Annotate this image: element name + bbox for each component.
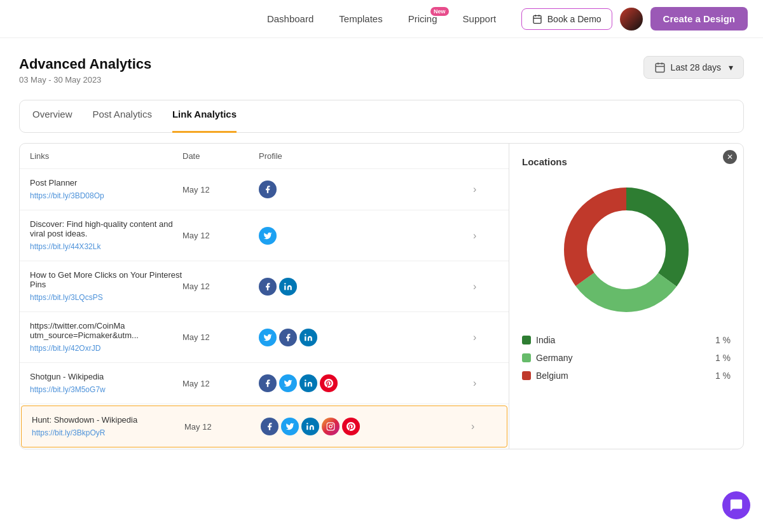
date-range: 03 May - 30 May 2023 xyxy=(19,75,151,85)
svg-point-10 xyxy=(305,379,306,381)
nav-support[interactable]: Support xyxy=(463,13,497,24)
page-title: Advanced Analytics xyxy=(19,56,151,72)
pi-icon xyxy=(342,418,360,435)
profiles-cell xyxy=(259,227,473,245)
profiles-cell xyxy=(261,418,471,435)
date-picker-button[interactable]: Last 28 days ▾ xyxy=(643,56,744,79)
nav-pricing[interactable]: Pricing New xyxy=(408,13,437,24)
locations-title: Locations xyxy=(522,156,731,167)
link-date: May 12 xyxy=(182,332,259,342)
legend-left: Belgium xyxy=(522,371,568,381)
new-badge: New xyxy=(430,7,449,16)
tabs-bar: Overview Post Analytics Link Analytics xyxy=(19,100,744,133)
legend-label: Germany xyxy=(536,353,573,363)
nav-links: Dashboard Templates Pricing New Support xyxy=(267,13,496,24)
calendar-icon xyxy=(532,14,542,24)
link-title: https://twitter.com/CoinMa utm_source=Pi… xyxy=(30,321,182,340)
link-url[interactable]: https://bit.ly/42OxrJD xyxy=(30,344,100,353)
li-icon xyxy=(299,374,317,392)
table-row: Post Planner https://bit.ly/3BD08Op May … xyxy=(20,169,509,210)
chevron-down-icon: ▾ xyxy=(729,62,733,72)
row-chevron[interactable]: › xyxy=(471,421,497,432)
svg-rect-4 xyxy=(656,64,664,72)
col-action xyxy=(473,151,498,161)
tw-icon xyxy=(281,418,299,435)
col-date: Date xyxy=(182,151,259,161)
nav-dashboard[interactable]: Dashboard xyxy=(267,13,313,24)
table-row: Discover: Find high-quality content and … xyxy=(20,210,509,261)
col-links: Links xyxy=(30,151,182,161)
nav-templates[interactable]: Templates xyxy=(339,13,382,24)
li-icon xyxy=(301,418,319,435)
link-cell: https://twitter.com/CoinMa utm_source=Pi… xyxy=(30,321,182,353)
svg-rect-12 xyxy=(327,423,334,430)
row-chevron[interactable]: › xyxy=(473,378,498,389)
tab-link-analytics[interactable]: Link Analytics xyxy=(172,100,237,133)
link-date: May 12 xyxy=(182,231,259,240)
locations-panel: ✕ Locations xyxy=(509,144,743,449)
link-date: May 12 xyxy=(182,185,259,194)
link-url[interactable]: https://bit.ly/3BD08Op xyxy=(30,191,104,200)
link-cell: Discover: Find high-quality content and … xyxy=(30,219,182,252)
legend-dot xyxy=(522,336,531,344)
tab-overview[interactable]: Overview xyxy=(32,100,72,133)
legend-left: India xyxy=(522,335,555,345)
link-cell: Hunt: Showdown - Wikipedia https://bit.l… xyxy=(32,415,184,438)
link-url[interactable]: https://bit.ly/3BkpOyR xyxy=(32,428,105,437)
table-row: Shotgun - Wikipedia https://bit.ly/3M5oG… xyxy=(20,363,509,404)
link-url[interactable]: https://bit.ly/44X32Lk xyxy=(30,242,100,251)
legend-pct: 1 % xyxy=(715,335,731,345)
chat-icon xyxy=(729,498,743,512)
table-body: Post Planner https://bit.ly/3BD08Op May … xyxy=(20,169,509,447)
book-demo-button[interactable]: Book a Demo xyxy=(521,8,612,30)
col-profile: Profile xyxy=(259,151,473,161)
link-date: May 12 xyxy=(184,422,261,432)
legend-dot xyxy=(522,353,531,362)
legend-left: Germany xyxy=(522,353,573,363)
svg-point-14 xyxy=(332,424,333,425)
row-chevron[interactable]: › xyxy=(473,332,498,343)
link-cell: Shotgun - Wikipedia https://bit.ly/3M5oG… xyxy=(30,372,182,395)
chat-bubble-button[interactable] xyxy=(722,491,750,519)
link-date: May 12 xyxy=(182,379,259,388)
avatar[interactable] xyxy=(620,8,643,31)
legend-item: Germany 1 % xyxy=(522,353,731,363)
page-content: Advanced Analytics 03 May - 30 May 2023 … xyxy=(0,38,763,467)
donut-chart-wrap xyxy=(522,180,731,320)
link-url[interactable]: https://bit.ly/3LQcsPS xyxy=(30,293,103,302)
row-chevron[interactable]: › xyxy=(473,230,498,242)
navbar: Dashboard Templates Pricing New Support … xyxy=(0,0,763,38)
table-row: How to Get More Clicks on Your Pinterest… xyxy=(20,261,509,312)
legend-label: Belgium xyxy=(536,371,568,381)
row-chevron[interactable]: › xyxy=(473,184,498,195)
table-row: https://twitter.com/CoinMa utm_source=Pi… xyxy=(20,312,509,363)
page-header: Advanced Analytics 03 May - 30 May 2023 … xyxy=(19,56,744,85)
profiles-cell xyxy=(259,181,473,198)
fb-icon xyxy=(261,418,278,435)
link-title: Discover: Find high-quality content and … xyxy=(30,219,182,238)
legend-list: India 1 % Germany 1 % Belgium 1 % xyxy=(522,335,731,381)
svg-point-8 xyxy=(284,283,285,284)
ig-icon xyxy=(322,418,340,435)
row-chevron[interactable]: › xyxy=(473,281,498,292)
profiles-cell xyxy=(259,278,473,296)
link-url[interactable]: https://bit.ly/3M5oG7w xyxy=(30,385,106,394)
link-cell: Post Planner https://bit.ly/3BD08Op xyxy=(30,178,182,201)
tab-post-analytics[interactable]: Post Analytics xyxy=(93,100,152,133)
main-layout: Links Date Profile Post Planner https://… xyxy=(19,143,744,449)
svg-point-9 xyxy=(305,334,306,335)
close-button[interactable]: ✕ xyxy=(723,150,737,164)
link-date: May 12 xyxy=(182,282,259,291)
profiles-cell xyxy=(259,374,473,392)
legend-label: India xyxy=(536,335,555,345)
legend-dot xyxy=(522,371,531,380)
create-design-button[interactable]: Create a Design xyxy=(650,7,748,31)
legend-pct: 1 % xyxy=(715,353,731,363)
legend-item: Belgium 1 % xyxy=(522,371,731,381)
fb-icon xyxy=(259,374,277,392)
pi-icon xyxy=(320,374,338,392)
li-icon xyxy=(279,278,297,296)
tw-icon xyxy=(259,329,277,346)
links-table: Links Date Profile Post Planner https://… xyxy=(20,144,509,449)
svg-rect-0 xyxy=(533,15,541,23)
